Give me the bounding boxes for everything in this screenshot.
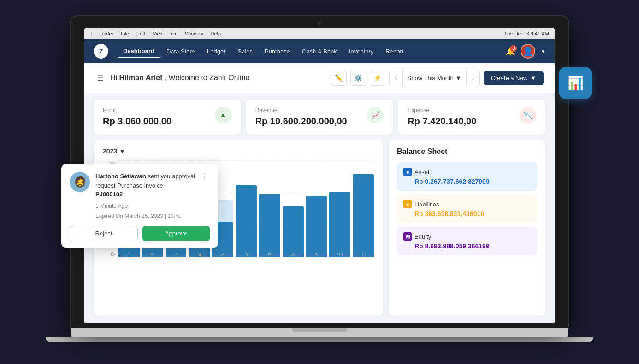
asset-icon: ■ — [403, 168, 412, 176]
settings-icon-btn[interactable]: ⚙️ — [350, 70, 366, 86]
menu-edit[interactable]: Edit — [136, 31, 145, 36]
asset-value: Rp 9.267.737.662,827999 — [403, 178, 531, 185]
chart-bar-fill — [283, 206, 304, 257]
notification-avatar: 🧔 — [70, 172, 90, 192]
nav-right-section: 🔔 3 👤 ▼ — [506, 44, 545, 59]
liabilities-icon: ■ — [403, 200, 412, 208]
nav-inventory[interactable]: Inventory — [343, 45, 379, 58]
nav-items: Dashboard Data Store Ledger Sales Purcha… — [118, 45, 504, 58]
notification-time: 1 Minute Ago — [95, 203, 199, 209]
profit-label: Profit — [103, 107, 172, 113]
nav-purchase[interactable]: Purchase — [259, 45, 296, 58]
expense-card: Expense Rp 7.420.140,00 📉 — [398, 100, 545, 135]
nav-report[interactable]: Report — [380, 45, 409, 58]
header-actions: ✏️ ⚙️ ⚡ ‹ Show This Month ▼ › — [331, 70, 544, 86]
nav-cash-bank[interactable]: Cash & Bank — [296, 45, 343, 58]
chart-x-label: /1 — [118, 252, 140, 257]
notification-bell[interactable]: 🔔 3 — [506, 47, 515, 56]
chart-bar-group: /8 — [283, 160, 304, 257]
edit-icon-btn[interactable]: ✏️ — [331, 70, 347, 86]
bs-asset-item[interactable]: ■ Asset Rp 9.267.737.662,827999 — [397, 162, 537, 191]
nav-dashboard[interactable]: Dashboard — [118, 45, 160, 58]
approve-button[interactable]: Approve — [142, 226, 210, 241]
filter-icon-btn[interactable]: ⚡ — [370, 70, 385, 86]
expense-value: Rp 7.420.140,00 — [408, 116, 476, 127]
macos-menubar:  Finder File Edit View Go Window Help T… — [84, 28, 555, 39]
chart-year-dropdown-icon: ▼ — [119, 147, 125, 155]
notification-expiry: Expired On March 25, 2023 | 13:40 — [95, 213, 199, 219]
equity-value: Rp 8.693.989.059,366199 — [403, 242, 531, 250]
stats-row: Profit Rp 3.060.000,00 ▲ Revenue — [84, 93, 555, 135]
menu-window[interactable]: Window — [185, 31, 203, 36]
profit-icon: ▲ — [215, 107, 231, 123]
chart-x-label: /4 — [189, 252, 210, 257]
more-options-icon[interactable]: ⋮ — [199, 172, 210, 181]
liabilities-value: Rp 363.598.831,496910 — [403, 210, 531, 217]
chart-widget-button[interactable]: 📊 — [559, 67, 592, 99]
chart-x-label: /2 — [142, 252, 163, 257]
laptop-base — [46, 337, 593, 342]
chart-bar-group: /10 — [329, 160, 350, 257]
revenue-value: Rp 10.600.200.000,00 — [255, 116, 347, 127]
chart-x-label: /6 — [236, 252, 257, 257]
menu-view[interactable]: View — [153, 31, 164, 36]
notification-actions: Reject Approve — [70, 226, 210, 241]
chart-bar-fill — [329, 192, 350, 258]
revenue-label: Revenue — [255, 107, 347, 113]
nav-datastore[interactable]: Data Store — [161, 45, 201, 58]
page-greeting: Hi Hilman Arief , Welcome to Zahir Onlin… — [110, 74, 249, 82]
asset-label: Asset — [414, 169, 430, 176]
menu-go[interactable]: Go — [171, 31, 178, 36]
notification-header: 🧔 Hartono Setiawan sent you approval req… — [70, 172, 210, 219]
chart-bar-group: /9 — [306, 160, 327, 257]
menu-finder[interactable]: Finder — [99, 31, 113, 36]
chart-bar-fill — [353, 174, 374, 258]
nav-sales[interactable]: Sales — [232, 45, 259, 58]
chart-x-label: /8 — [283, 252, 304, 257]
reject-button[interactable]: Reject — [70, 226, 138, 241]
nav-dropdown-icon[interactable]: ▼ — [541, 49, 545, 54]
balance-sheet-title: Balance Sheet — [397, 147, 537, 156]
y-label-0k: 0k — [103, 252, 116, 257]
bs-equity-item[interactable]: ▩ Equity Rp 8.693.989.059,366199 — [397, 227, 537, 255]
chart-x-label: /5 — [212, 252, 233, 257]
apple-logo-icon:  — [90, 31, 92, 36]
chart-year[interactable]: 2023 ▼ — [103, 147, 125, 155]
period-label[interactable]: Show This Month ▼ — [402, 70, 467, 86]
chart-bar-fill — [306, 196, 327, 257]
notification-user: 🧔 Hartono Setiawan sent you approval req… — [70, 172, 199, 219]
revenue-card: Revenue Rp 10.600.200.000,00 📈 — [246, 100, 393, 135]
chart-bar-fill — [259, 194, 280, 257]
menu-help[interactable]: Help — [210, 31, 221, 36]
chart-bar-group: /11 — [353, 160, 374, 257]
equity-label: Equity — [414, 233, 431, 240]
app-logo: Z — [94, 44, 108, 59]
create-dropdown-icon: ▼ — [530, 75, 536, 82]
chart-bar-group: /7 — [259, 160, 280, 257]
laptop-bottom — [71, 328, 568, 337]
nav-ledger[interactable]: Ledger — [201, 45, 231, 58]
period-prev[interactable]: ‹ — [390, 70, 402, 86]
chart-bar-group: /6 — [236, 160, 257, 257]
user-avatar[interactable]: 👤 — [521, 44, 535, 59]
menu-file[interactable]: File — [121, 31, 129, 36]
chart-x-label: /10 — [329, 252, 350, 257]
nav-bar: Z Dashboard Data Store Ledger Sales Purc… — [84, 39, 555, 63]
hamburger-icon[interactable]: ☰ — [95, 74, 106, 82]
chart-header: 2023 ▼ — [103, 147, 374, 155]
notification-badge: 3 — [510, 45, 517, 52]
create-new-button[interactable]: Create a New ▼ — [484, 71, 544, 85]
bs-liabilities-item[interactable]: ■ Liabilities Rp 363.598.831,496910 — [397, 194, 537, 223]
equity-icon: ▩ — [403, 232, 412, 241]
period-next[interactable]: › — [467, 70, 479, 86]
macos-time: Tue Oct 18 9:41 AM — [504, 31, 549, 36]
profit-card: Profit Rp 3.060.000,00 ▲ — [94, 100, 241, 135]
chart-x-label: /11 — [353, 252, 374, 257]
laptop-notch — [292, 328, 347, 332]
chart-bar-fill — [236, 185, 257, 257]
expense-icon: 📉 — [520, 107, 536, 123]
chart-x-label: /3 — [166, 252, 187, 257]
chart-x-label: /7 — [259, 252, 280, 257]
balance-sheet-card: Balance Sheet ■ Asset Rp 9.267.737.662,8… — [389, 140, 545, 316]
period-selector[interactable]: ‹ Show This Month ▼ › — [389, 70, 480, 86]
